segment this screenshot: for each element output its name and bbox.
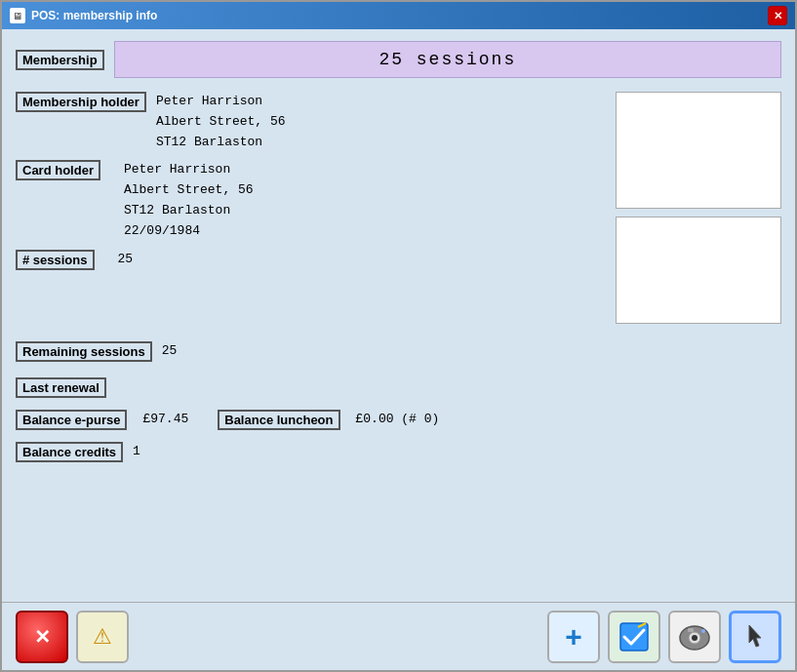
svg-rect-5 (688, 628, 694, 632)
membership-holder-row: Membership holder Peter Harrison Albert … (16, 92, 606, 152)
close-icon: ✕ (34, 625, 51, 649)
holder-street: Albert Street, 56 (156, 112, 286, 133)
card-holder-name: Peter Harrison (124, 160, 254, 180)
remaining-sessions-row: Remaining sessions 25 (16, 341, 781, 362)
last-renewal-label: Last renewal (16, 377, 106, 398)
membership-label: Membership (16, 50, 104, 70)
checkmark-icon (618, 621, 650, 652)
card-holder-row: Card holder Peter Harrison Albert Street… (16, 160, 606, 241)
title-bar: 🖥 POS: membership info ✕ (2, 2, 795, 29)
balance-credits-label: Balance credits (16, 442, 123, 462)
card-holder-value: Peter Harrison Albert Street, 56 ST12 Ba… (124, 160, 254, 241)
svg-point-4 (692, 635, 697, 641)
balance-epurse-value: £97.45 (142, 410, 188, 430)
cursor-button[interactable] (729, 611, 781, 663)
window-close-button[interactable]: ✕ (768, 6, 787, 25)
app-icon: 🖥 (10, 8, 25, 23)
holder-name: Peter Harrison (156, 92, 286, 112)
bottom-toolbar: ✕ ⚠ + (2, 602, 795, 670)
card-holder-city: ST12 Barlaston (124, 201, 254, 221)
plus-icon: + (565, 620, 582, 653)
card-holder-street: Albert Street, 56 (124, 180, 254, 201)
title-bar-left: 🖥 POS: membership info (10, 8, 157, 23)
main-window: 🖥 POS: membership info ✕ Membership 25 s… (0, 0, 797, 672)
content-area: Membership 25 sessions Membership holder… (2, 29, 795, 602)
photo-box-1 (616, 92, 781, 209)
balance-luncheon-value: £0.00 (# 0) (356, 410, 440, 430)
holder-city: ST12 Barlaston (156, 133, 286, 153)
sessions-value: 25 (118, 250, 134, 270)
sessions-row: # sessions 25 (16, 250, 606, 270)
right-section (616, 92, 781, 324)
membership-holder-value: Peter Harrison Albert Street, 56 ST12 Ba… (156, 92, 286, 152)
sessions-label: # sessions (16, 250, 95, 270)
balance-luncheon-label: Balance luncheon (218, 410, 339, 430)
left-section: Membership holder Peter Harrison Albert … (16, 92, 606, 324)
photo-box-2 (616, 217, 781, 324)
remaining-sessions-value: 25 (162, 341, 178, 362)
cursor-icon (739, 621, 771, 652)
membership-row: Membership 25 sessions (16, 41, 781, 78)
last-renewal-row: Last renewal (16, 377, 781, 398)
window-title: POS: membership info (31, 9, 157, 22)
balance-credits-value: 1 (133, 442, 140, 462)
card-holder-dob: 22/09/1984 (124, 221, 254, 242)
sessions-display: 25 sessions (114, 41, 781, 78)
add-button[interactable]: + (547, 611, 600, 663)
warning-icon: ⚠ (93, 624, 112, 650)
camera-icon (678, 623, 711, 651)
balance-credits-row: Balance credits 1 (16, 442, 781, 462)
balance-epurse-label: Balance e-purse (16, 410, 127, 430)
balance-row: Balance e-purse £97.45 Balance luncheon … (16, 410, 781, 430)
card-holder-label: Card holder (16, 160, 100, 180)
warning-button[interactable]: ⚠ (76, 611, 129, 663)
svg-point-6 (701, 629, 705, 633)
check-button[interactable] (608, 611, 660, 663)
main-body: Membership holder Peter Harrison Albert … (16, 92, 781, 324)
membership-holder-label: Membership holder (16, 92, 146, 112)
remaining-sessions-label: Remaining sessions (16, 341, 152, 362)
balance-epurse-item: Balance e-purse £97.45 (16, 410, 188, 430)
camera-button[interactable] (668, 611, 721, 663)
balance-luncheon-item: Balance luncheon £0.00 (# 0) (218, 410, 439, 430)
close-button[interactable]: ✕ (16, 611, 68, 663)
